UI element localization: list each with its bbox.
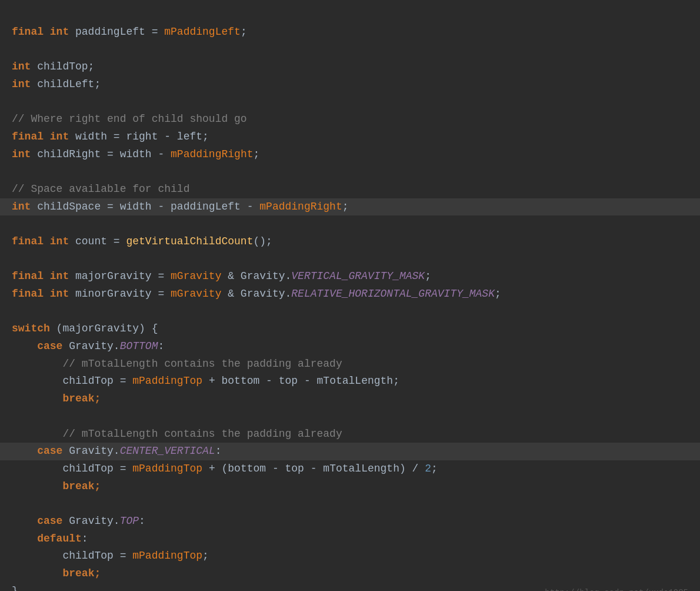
code-line	[12, 215, 688, 233]
code-line: // Space available for child	[12, 181, 688, 198]
code-line: // mTotalLength contains the padding alr…	[12, 356, 688, 373]
code-line: case Gravity.BOTTOM:	[12, 338, 688, 356]
code-line: final int minorGravity = mGravity & Grav…	[12, 285, 688, 303]
code-line: case Gravity.TOP:	[12, 513, 688, 530]
code-container: final int paddingLeft = mPaddingLeft; in…	[0, 0, 700, 591]
code-line: switch (majorGravity) {	[12, 320, 688, 338]
code-line: final int majorGravity = mGravity & Grav…	[12, 268, 688, 285]
code-line	[12, 41, 688, 58]
code-line	[12, 251, 688, 268]
code-line	[12, 303, 688, 321]
code-line: final int paddingLeft = mPaddingLeft;	[12, 24, 688, 41]
code-line	[12, 163, 688, 181]
code-line: break;	[12, 478, 688, 496]
code-line: childTop = mPaddingTop + bottom - top - …	[12, 373, 688, 390]
code-line: case Gravity.CENTER_VERTICAL:	[0, 443, 700, 460]
code-line: break;	[12, 390, 688, 408]
code-line: default:	[12, 530, 688, 548]
code-line: childTop = mPaddingTop;	[12, 547, 688, 565]
code-line: int childRight = width - mPaddingRight;	[12, 146, 688, 164]
code-line	[12, 495, 688, 513]
code-line: int childTop;	[12, 58, 688, 76]
code-line: final int count = getVirtualChildCount()…	[12, 233, 688, 251]
code-line: // Where right end of child should go	[12, 111, 688, 128]
code-line: break;	[12, 565, 688, 583]
watermark: http://blog.csdn.net/xude1985	[545, 586, 688, 591]
code-line	[12, 93, 688, 111]
code-line: int childLeft;	[12, 76, 688, 94]
code-line: // mTotalLength contains the padding alr…	[12, 426, 688, 443]
code-line	[12, 408, 688, 426]
code-line: final int width = right - left;	[12, 128, 688, 146]
code-line: childTop = mPaddingTop + (bottom - top -…	[12, 460, 688, 478]
code-line: int childSpace = width - paddingLeft - m…	[0, 198, 700, 216]
